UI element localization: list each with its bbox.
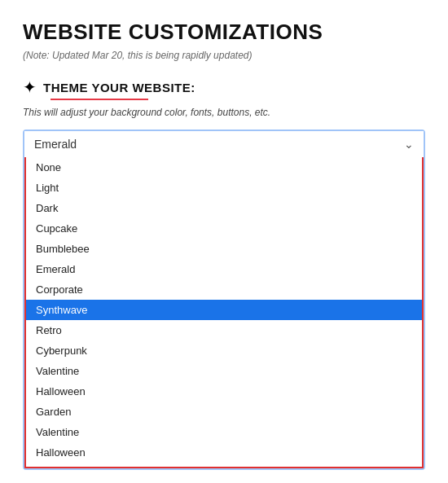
list-item[interactable]: Emerald [26,259,422,279]
theme-section-title: THEME YOUR WEBSITE: [43,81,195,94]
theme-select-display[interactable]: Emerald ⌄ [24,131,424,157]
theme-icon: ✦ [23,77,37,97]
list-item[interactable]: Valentine [26,361,422,381]
section-underline [51,99,148,100]
page-title: WEBSITE CUSTOMIZATIONS [23,20,425,45]
chevron-down-icon: ⌄ [404,138,414,151]
list-item[interactable]: Synthwave [26,300,422,320]
list-item[interactable]: Retro [26,320,422,340]
page-subtitle: (Note: Updated Mar 20, this is being rap… [23,50,425,61]
list-item[interactable]: None [26,157,422,178]
theme-options-list[interactable]: NoneLightDarkCupcakeBumblebeeEmeraldCorp… [26,157,422,467]
list-item[interactable]: Corporate [26,279,422,300]
theme-select-wrapper[interactable]: Emerald ⌄ NoneLightDarkCupcakeBumblebeeE… [23,130,425,470]
theme-section-header: ✦ THEME YOUR WEBSITE: [23,77,425,97]
list-item[interactable]: Halloween [26,442,422,463]
list-item[interactable]: Garden [26,463,422,467]
list-item[interactable]: Dark [26,198,422,218]
theme-description: This will adjust your background color, … [23,107,425,118]
list-item[interactable]: Bumblebee [26,239,422,259]
theme-selected-value: Emerald [34,138,77,151]
theme-dropdown[interactable]: NoneLightDarkCupcakeBumblebeeEmeraldCorp… [24,157,424,468]
list-item[interactable]: Cupcake [26,218,422,239]
list-item[interactable]: Valentine [26,422,422,442]
list-item[interactable]: Garden [26,402,422,422]
list-item[interactable]: Light [26,178,422,198]
list-item[interactable]: Halloween [26,381,422,402]
list-item[interactable]: Cyberpunk [26,340,422,361]
